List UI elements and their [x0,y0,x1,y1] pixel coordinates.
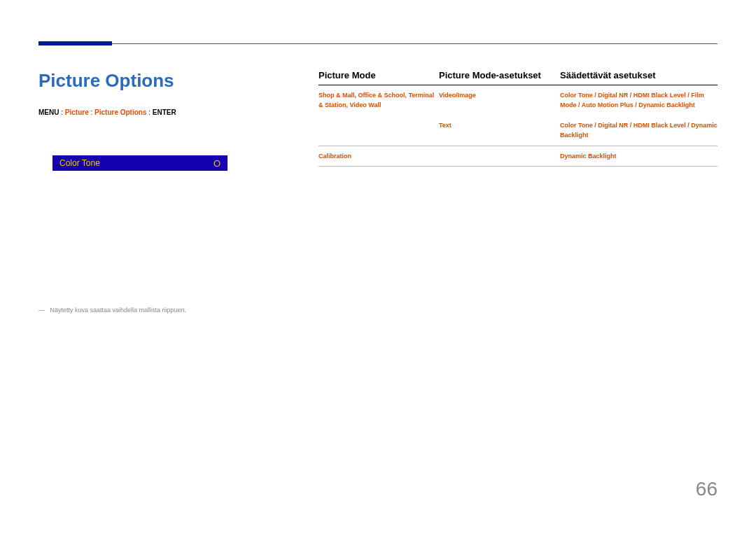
cell-saadettavat: Color Tone / Digital NR / HDMI Black Lev… [560,90,718,111]
breadcrumb-menu: MENU [38,108,59,116]
header-picture-mode: Picture Mode [318,70,439,80]
menu-item-value: O [214,158,220,169]
header-asetukset: Picture Mode-asetukset [439,70,560,80]
cell-picture-mode: Shop & Mall, Office & School, Terminal &… [318,90,439,111]
table-row: Text Color Tone / Digital NR / HDMI Blac… [318,115,718,146]
separator: : [90,108,92,116]
table-header-row: Picture Mode Picture Mode-asetukset Sääd… [318,70,718,85]
cell-picture-mode: Calibration [318,151,439,161]
breadcrumb: MENU : Picture : Picture Options : ENTER [38,108,176,116]
cell-saadettavat: Color Tone / Digital NR / HDMI Black Lev… [560,120,718,141]
cell-picture-mode [318,120,439,141]
cell-mode-asetukset: Text [439,120,560,141]
footnote: ― Näytetty kuva saattaa vaihdella mallis… [38,307,186,314]
menu-item-label: Color Tone [59,158,100,168]
cell-mode-asetukset [439,151,560,161]
settings-table: Picture Mode Picture Mode-asetukset Sääd… [318,70,718,167]
header-saadettavat: Säädettävät asetukset [560,70,718,80]
separator: : [148,108,150,116]
dash-icon: ― [38,307,45,314]
breadcrumb-options: Picture Options [94,108,146,116]
footnote-text: Näytetty kuva saattaa vaihdella mallista… [50,307,187,314]
page-title: Picture Options [38,70,174,92]
page-number: 66 [696,478,718,500]
accent-bar [38,41,112,45]
cell-saadettavat: Dynamic Backlight [560,151,718,161]
top-divider [38,43,718,44]
separator: : [61,108,63,116]
menu-item-color-tone[interactable]: Color Tone O [52,155,227,171]
cell-mode-asetukset: Video/Image [439,90,560,111]
table-row: Calibration Dynamic Backlight [318,146,718,167]
table-row: Shop & Mall, Office & School, Terminal &… [318,85,718,115]
breadcrumb-picture: Picture [65,108,89,116]
breadcrumb-enter: ENTER [153,108,176,116]
